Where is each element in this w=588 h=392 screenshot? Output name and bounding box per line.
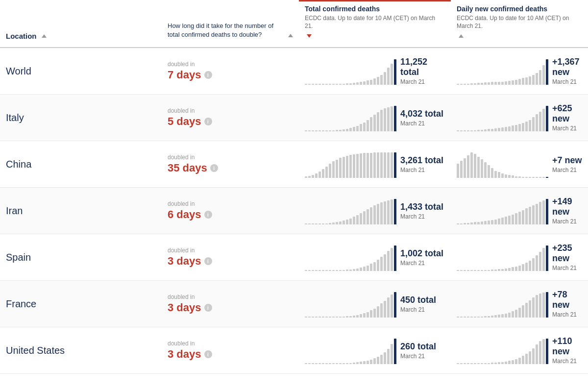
daily-deaths-number: +110 new <box>552 336 582 357</box>
info-icon[interactable]: i <box>210 164 218 172</box>
doubled-in-label: doubled in <box>168 61 293 68</box>
total-deaths-number: 4,032 total <box>400 109 443 119</box>
location-name: Italy <box>0 106 162 129</box>
daily-deaths-number: +625 new <box>552 103 582 124</box>
doubled-days-text: 3 days <box>168 255 201 268</box>
daily-deaths-date: March 21 <box>552 167 582 173</box>
total-deaths-value: 4,032 totalMarch 21 <box>400 109 443 127</box>
total-deaths-number: 260 total <box>400 342 436 352</box>
location-label: Location <box>6 31 37 41</box>
total-deaths-value: 3,261 totalMarch 21 <box>400 155 443 173</box>
total-deaths-title: Total confirmed deaths <box>305 4 445 14</box>
total-deaths-date: March 21 <box>400 260 443 267</box>
daily-deaths-chart <box>457 244 548 271</box>
doubling-cell: doubled in7 daysi <box>162 55 299 87</box>
location-name: China <box>0 153 162 176</box>
info-icon[interactable]: i <box>204 350 212 358</box>
table-row: United Statesdoubled in3 daysi260 totalM… <box>0 327 588 374</box>
total-deaths-cell: 3,261 totalMarch 21 <box>299 147 451 182</box>
daily-deaths-cell: +110 newMarch 21 <box>451 332 588 368</box>
daily-deaths-chart <box>457 337 548 364</box>
doubled-days-text: 6 days <box>168 208 201 221</box>
daily-deaths-date: March 21 <box>552 358 582 365</box>
doubling-cell: doubled in5 daysi <box>162 101 299 134</box>
doubled-in-value: 3 daysi <box>168 255 293 268</box>
table-header: Location How long did it take for the nu… <box>0 0 588 48</box>
doubled-in-value: 3 daysi <box>168 301 293 314</box>
total-deaths-date: March 21 <box>400 78 445 85</box>
doubling-cell: doubled in3 daysi <box>162 241 299 273</box>
doubled-in-label: doubled in <box>168 340 293 347</box>
daily-deaths-value: +1,367 newMarch 21 <box>552 57 582 85</box>
info-icon[interactable]: i <box>204 304 212 312</box>
header-doubling[interactable]: How long did it take for the number of t… <box>162 18 299 43</box>
total-deaths-chart <box>305 104 396 131</box>
daily-deaths-value: +235 newMarch 21 <box>552 243 582 271</box>
daily-deaths-chart <box>457 151 548 178</box>
total-deaths-cell: 260 totalMarch 21 <box>299 333 451 368</box>
info-icon[interactable]: i <box>204 118 212 125</box>
table-row: Spaindoubled in3 daysi1,002 totalMarch 2… <box>0 234 588 281</box>
sort-arrow-up-icon[interactable] <box>42 34 47 38</box>
daily-deaths-cell: +625 newMarch 21 <box>451 99 588 136</box>
daily-deaths-value: +110 newMarch 21 <box>552 336 582 365</box>
daily-deaths-cell: +7 newMarch 21 <box>451 147 588 182</box>
daily-deaths-chart <box>457 291 548 318</box>
total-deaths-cell: 450 totalMarch 21 <box>299 287 451 321</box>
total-deaths-chart <box>305 151 396 178</box>
total-deaths-value: 1,433 totalMarch 21 <box>400 202 443 220</box>
doubled-in-label: doubled in <box>168 294 293 300</box>
daily-deaths-cell: +78 newMarch 21 <box>451 286 588 322</box>
daily-deaths-date: March 21 <box>552 265 582 271</box>
sort-arrow-doubling-icon[interactable] <box>288 34 293 37</box>
daily-deaths-date: March 21 <box>552 218 582 225</box>
daily-deaths-date: March 21 <box>552 78 582 85</box>
daily-deaths-chart <box>457 58 548 85</box>
doubling-cell: doubled in6 daysi <box>162 195 299 227</box>
info-icon[interactable]: i <box>204 71 212 79</box>
doubled-in-value: 35 daysi <box>168 162 293 174</box>
info-icon[interactable]: i <box>204 211 212 219</box>
location-name: Iran <box>0 199 162 222</box>
daily-deaths-value: +625 newMarch 21 <box>552 103 582 132</box>
header-daily-deaths[interactable]: Daily new confirmed deaths ECDC data. Up… <box>451 0 588 43</box>
daily-deaths-cell: +149 newMarch 21 <box>451 193 588 229</box>
total-deaths-number: 1,433 total <box>400 202 443 212</box>
daily-deaths-cell: +235 newMarch 21 <box>451 239 588 275</box>
total-deaths-cell: 11,252 totalMarch 21 <box>299 53 451 89</box>
doubled-in-value: 5 daysi <box>168 115 293 128</box>
daily-deaths-date: March 21 <box>552 311 582 318</box>
total-deaths-date: March 21 <box>400 120 443 127</box>
header-total-deaths[interactable]: Total confirmed deaths ECDC data. Up to … <box>299 0 451 43</box>
daily-deaths-cell: +1,367 newMarch 21 <box>451 53 588 89</box>
total-deaths-number: 3,261 total <box>400 155 443 166</box>
location-name: Spain <box>0 246 162 269</box>
sort-arrow-total-icon[interactable] <box>307 34 312 38</box>
info-icon[interactable]: i <box>204 257 212 265</box>
table-row: Irandoubled in6 daysi1,433 totalMarch 21… <box>0 188 588 234</box>
daily-deaths-number: +1,367 new <box>552 57 582 77</box>
total-deaths-chart <box>305 58 396 85</box>
total-deaths-number: 11,252 total <box>400 57 445 77</box>
daily-deaths-number: +235 new <box>552 243 582 264</box>
doubled-in-value: 7 daysi <box>168 69 293 81</box>
total-deaths-number: 450 total <box>400 295 436 305</box>
sort-arrow-daily-icon[interactable] <box>459 34 464 38</box>
location-name: France <box>0 293 162 316</box>
total-deaths-chart <box>305 244 396 271</box>
header-location[interactable]: Location <box>0 27 162 43</box>
total-deaths-chart <box>305 337 396 364</box>
daily-deaths-number: +149 new <box>552 196 582 217</box>
table-row: Chinadoubled in35 daysi3,261 totalMarch … <box>0 141 588 188</box>
doubled-days-text: 5 days <box>168 115 201 128</box>
total-deaths-value: 1,002 totalMarch 21 <box>400 248 443 267</box>
total-deaths-date: March 21 <box>400 353 436 360</box>
doubled-in-value: 3 daysi <box>168 348 293 361</box>
main-table: Location How long did it take for the nu… <box>0 0 588 374</box>
doubled-in-label: doubled in <box>168 200 293 207</box>
doubled-in-value: 6 daysi <box>168 208 293 221</box>
daily-deaths-date: March 21 <box>552 125 582 132</box>
table-row: Italydoubled in5 daysi4,032 totalMarch 2… <box>0 95 588 141</box>
doubled-in-label: doubled in <box>168 247 293 254</box>
total-deaths-cell: 1,002 totalMarch 21 <box>299 240 451 275</box>
